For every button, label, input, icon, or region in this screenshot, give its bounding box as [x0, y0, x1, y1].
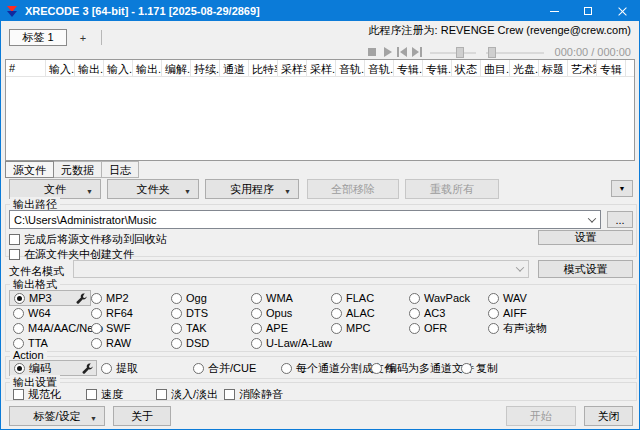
about-button[interactable]: 关于 [113, 406, 171, 426]
tab-source-files[interactable]: 源文件 [5, 161, 54, 178]
format-option[interactable]: OFR [409, 321, 447, 335]
normalize-checkbox[interactable]: 规范化 [13, 387, 61, 402]
format-option[interactable]: WAV [488, 291, 527, 305]
format-option[interactable]: AIFF [488, 306, 527, 320]
column-header[interactable]: 比特率 [249, 60, 278, 76]
format-option-label: AIFF [503, 307, 527, 319]
format-mp3-selected-panel[interactable]: MP3 [9, 290, 91, 306]
stop-button[interactable] [365, 46, 380, 59]
column-header[interactable]: 专辑... [394, 60, 423, 76]
format-option[interactable]: U-Law/A-Law [251, 336, 332, 350]
format-option[interactable]: 有声读物 [488, 321, 547, 335]
app-logo-icon [6, 5, 19, 18]
format-option[interactable]: RAW [91, 336, 131, 350]
format-option[interactable]: AC3 [409, 306, 445, 320]
column-header[interactable]: 采样率 [278, 60, 307, 76]
utilities-menu-button[interactable]: 实用程序 ▼ [205, 179, 299, 199]
remove-all-button[interactable]: 全部移除 [307, 179, 399, 199]
next-track-button[interactable] [410, 46, 425, 59]
format-option-label: FLAC [346, 292, 374, 304]
column-header[interactable]: # [6, 60, 46, 76]
format-option-label: Ogg [186, 292, 207, 304]
chevron-down-icon: ▼ [184, 188, 191, 195]
format-option[interactable]: RF64 [91, 306, 133, 320]
column-header[interactable]: 输出... [75, 60, 104, 76]
play-button[interactable] [380, 46, 395, 59]
column-header[interactable]: 输入... [104, 60, 133, 76]
format-option[interactable]: Opus [251, 306, 292, 320]
action-option[interactable]: 合并/CUE [193, 361, 256, 375]
remove-silence-checkbox[interactable]: 消除静音 [224, 387, 283, 402]
column-header[interactable]: 曲目... [481, 60, 510, 76]
format-option[interactable]: ALAC [331, 306, 375, 320]
format-option-label: W64 [28, 307, 51, 319]
column-header[interactable]: 音轨... [336, 60, 365, 76]
column-header[interactable]: 采样... [307, 60, 336, 76]
format-option[interactable]: DTS [171, 306, 208, 320]
fade-checkbox[interactable]: 淡入/淡出 [156, 387, 218, 402]
seek-slider[interactable] [430, 46, 476, 59]
format-option[interactable]: WavPack [409, 291, 470, 305]
browse-output-path-button[interactable]: ... [607, 211, 633, 228]
column-header[interactable]: 专辑 [597, 60, 626, 76]
action-option[interactable]: 复制 [461, 361, 498, 375]
column-header[interactable]: 通道 [220, 60, 249, 76]
pattern-settings-button[interactable]: 模式设置 [538, 260, 633, 278]
minimize-button[interactable] [537, 1, 571, 21]
tab-log[interactable]: 日志 [102, 161, 139, 178]
format-option[interactable]: DSD [171, 336, 209, 350]
column-header[interactable]: 输出... [133, 60, 162, 76]
volume-slider[interactable] [486, 46, 544, 59]
radio-icon [331, 323, 342, 334]
output-path-combobox[interactable]: C:\Users\Administrator\Music [9, 210, 601, 229]
wrench-icon[interactable] [81, 362, 93, 374]
output-path-settings-button[interactable]: 设置 [538, 230, 633, 245]
close-button[interactable] [605, 1, 639, 21]
checkbox-icon [9, 234, 20, 245]
tab-file-1[interactable]: 标签 1 [9, 29, 67, 46]
column-header[interactable]: 编解... [162, 60, 191, 76]
maximize-button[interactable] [571, 1, 605, 21]
action-option[interactable]: 编码为多通道文件 [371, 361, 474, 375]
column-header[interactable]: 状态 [452, 60, 481, 76]
column-header[interactable]: 输入... [46, 60, 75, 76]
column-header[interactable]: 光盘... [510, 60, 539, 76]
player-controls: 000:00 / 000:00 [365, 45, 631, 59]
column-header[interactable]: 艺术家 [568, 60, 597, 76]
column-header[interactable]: 音轨... [365, 60, 394, 76]
format-option[interactable]: M4A/AAC/Nero [13, 321, 103, 335]
tags-presets-button[interactable]: 标签/设定 ▼ [9, 406, 105, 426]
format-option[interactable]: MP2 [91, 291, 129, 305]
action-encode-selected-panel[interactable]: 编码 [9, 360, 97, 376]
column-header[interactable]: 标题 [539, 60, 568, 76]
wrench-icon[interactable] [75, 292, 87, 304]
radio-icon [251, 338, 262, 349]
tab-metadata[interactable]: 元数据 [54, 161, 102, 178]
file-menu-button[interactable]: 文件 ▼ [9, 179, 101, 199]
column-header[interactable]: 专辑... [423, 60, 452, 76]
format-option[interactable]: FLAC [331, 291, 374, 305]
action-option[interactable]: 提取 [101, 361, 138, 375]
source-file-list[interactable]: # 输入... 输出... 输入... 输出... 编解... 持续... 通道… [5, 59, 635, 161]
previous-track-button[interactable] [395, 46, 410, 59]
format-option[interactable]: W64 [13, 306, 51, 320]
filename-pattern-combobox[interactable] [73, 260, 529, 278]
format-option[interactable]: APE [251, 321, 288, 335]
speed-checkbox[interactable]: 速度 [86, 387, 123, 402]
format-option[interactable]: Ogg [171, 291, 207, 305]
column-header[interactable]: 持续... [191, 60, 220, 76]
format-option[interactable]: TAK [171, 321, 207, 335]
add-tab-button[interactable]: + [71, 30, 95, 45]
action-option-label: 提取 [116, 361, 138, 376]
format-option[interactable]: WMA [251, 291, 293, 305]
format-option[interactable]: SWF [91, 321, 130, 335]
more-options-button[interactable]: ▼ [611, 180, 633, 197]
radio-icon [488, 323, 499, 334]
folder-menu-button[interactable]: 文件夹 ▼ [107, 179, 199, 199]
format-option[interactable]: MPC [331, 321, 370, 335]
move-to-recycle-checkbox[interactable]: 完成后将源文件移动到回收站 [9, 232, 167, 247]
start-button[interactable]: 开始 [506, 406, 576, 426]
reload-all-button[interactable]: 重载所有 [405, 179, 499, 199]
close-dialog-button[interactable]: 关闭 [584, 406, 633, 426]
format-option[interactable]: TTA [13, 336, 48, 350]
